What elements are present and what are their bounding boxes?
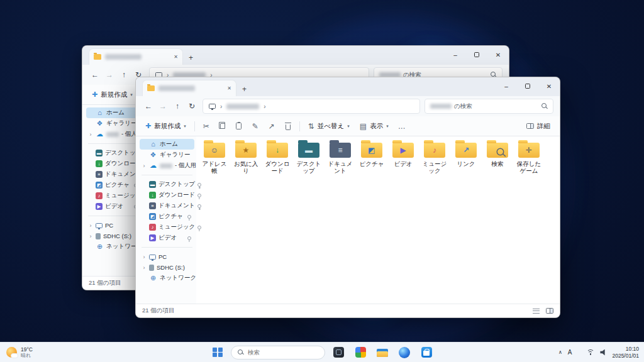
up-button[interactable]: ↑ — [171, 102, 184, 111]
sidebar-item-downloads[interactable]: ↓ ダウンロード — [86, 158, 141, 169]
sidebar-label: ミュージック — [158, 223, 195, 231]
folder-icon — [147, 85, 155, 91]
sidebar-item-pictures[interactable]: ◩ ピクチャ — [86, 180, 141, 190]
sidebar-item-documents[interactable]: ≡ ドキュメント — [86, 169, 141, 180]
sidebar-item-pictures[interactable]: ◩ ピクチャ — [140, 211, 194, 222]
time: 10:10 — [626, 346, 639, 353]
explorer-search-box[interactable]: の検索 — [425, 99, 553, 114]
file-item-favorites[interactable]: ★ お気に入り — [230, 140, 262, 177]
file-item-downloads[interactable]: ↓ ダウンロード — [262, 140, 293, 177]
maximize-button[interactable] — [466, 46, 487, 63]
file-item-pictures[interactable]: ◩ ピクチャ — [356, 140, 387, 177]
sidebar-item-desktop[interactable]: ▬ デスクトップ — [140, 179, 194, 190]
up-button[interactable]: ↑ — [118, 70, 130, 79]
file-item-documents[interactable]: ≡ ドキュメント — [325, 140, 356, 177]
tab-close-icon[interactable]: ✕ — [227, 85, 231, 91]
sidebar-item-gallery[interactable]: ❖ ギャラリー — [140, 150, 194, 160]
taskbar-app-dark[interactable] — [330, 343, 347, 362]
sidebar-item-pc[interactable]: › PC — [86, 220, 141, 231]
sidebar-item-pc[interactable]: › PC — [140, 251, 194, 262]
taskbar-app-colorful[interactable] — [352, 343, 369, 362]
date: 2025/01/01 — [612, 353, 639, 359]
sort-label: 並べ替え — [318, 122, 345, 131]
file-item-desktop[interactable]: ▬ デスクトップ — [293, 140, 325, 177]
copy-button[interactable] — [215, 119, 230, 134]
sidebar-label: ダウンロード — [158, 191, 195, 199]
back-button[interactable]: ← — [142, 102, 155, 111]
list-view-icon[interactable] — [533, 309, 540, 314]
sidebar-item-downloads[interactable]: ↓ ダウンロード — [140, 190, 194, 200]
file-item-searches[interactable]: 検索 — [482, 140, 513, 177]
explorer-tab[interactable]: ✕ — [142, 80, 236, 96]
details-button[interactable]: 詳細 — [522, 119, 555, 134]
taskbar-app-store[interactable] — [418, 343, 435, 362]
start-button[interactable] — [209, 343, 226, 362]
cut-button[interactable]: ✂ — [199, 119, 214, 134]
tab-close-icon[interactable]: ✕ — [174, 54, 178, 60]
file-item-links[interactable]: ↗ リンク — [450, 140, 482, 177]
share-button[interactable]: ↗ — [264, 119, 279, 134]
more-button[interactable]: … — [394, 119, 409, 134]
close-button[interactable]: ✕ — [487, 46, 509, 63]
command-bar: ✚ 新規作成 ▾ ✂ ✎ ↗ ⇅ 並べ替え ▾ ▤ 表示 ▾ … 詳細 — [136, 116, 560, 136]
volume-icon[interactable] — [600, 349, 606, 356]
explorer-tab[interactable]: ✕ — [89, 48, 183, 65]
file-item-videos[interactable]: ▶ ビデオ — [387, 140, 419, 177]
sidebar-item-music[interactable]: ♪ ミュージック — [140, 222, 194, 233]
links-folder-icon: ↗ — [455, 143, 477, 158]
sidebar-item-network[interactable]: ⊕ ネットワーク — [86, 241, 141, 252]
sidebar-item-documents[interactable]: ≡ ドキュメント — [140, 200, 194, 211]
wifi-icon[interactable] — [586, 349, 594, 356]
sidebar-item-sdhc[interactable]: › SDHC (S:) — [140, 262, 194, 273]
file-list[interactable]: ☺ アドレス帳 ★ お気に入り ↓ ダウンロード ▬ デスクトップ ≡ ドキュメ… — [196, 136, 560, 304]
sidebar-item-home[interactable]: ⌂ ホーム — [140, 139, 194, 150]
sidebar-item-music[interactable]: ♪ ミュージック — [86, 190, 141, 201]
titlebar[interactable]: ✕ + – ✕ — [136, 77, 560, 96]
titlebar[interactable]: ✕ + – ✕ — [82, 46, 509, 65]
file-item-contacts[interactable]: ☺ アドレス帳 — [199, 140, 230, 177]
minimize-button[interactable]: – — [445, 46, 466, 63]
breadcrumb[interactable]: › › — [203, 99, 420, 114]
chevron-icon: › — [264, 103, 265, 110]
view-button[interactable]: ▤ 表示 ▾ — [355, 119, 393, 134]
tray-overflow-button[interactable]: ∧ — [558, 349, 562, 355]
sidebar-item-home[interactable]: ⌂ ホーム — [86, 107, 141, 118]
taskbar-app-edge[interactable] — [396, 343, 413, 362]
weather-widget[interactable]: 19°C 晴れ — [6, 343, 33, 362]
back-button[interactable]: ← — [89, 70, 101, 79]
new-button[interactable]: ✚ 新規作成 ▾ — [141, 119, 191, 134]
sidebar-item-onedrive[interactable]: › ☁ - 個人用 — [86, 129, 141, 140]
rename-button[interactable]: ✎ — [248, 119, 263, 134]
ime-indicator[interactable]: A — [568, 349, 572, 356]
taskbar-search[interactable] — [231, 346, 325, 359]
new-button[interactable]: ✚ 新規作成 ▾ — [87, 87, 137, 102]
weather-sun-icon — [6, 347, 17, 358]
pane-view-icon[interactable] — [546, 308, 553, 314]
maximize-button[interactable] — [517, 77, 538, 95]
sidebar-item-desktop[interactable]: ▬ デスクトップ — [86, 148, 141, 158]
close-button[interactable]: ✕ — [538, 77, 560, 95]
sidebar-label: ギャラリー — [160, 151, 190, 159]
new-tab-button[interactable]: + — [236, 85, 252, 96]
forward-button[interactable]: → — [157, 102, 169, 111]
sidebar-item-videos[interactable]: ▶ ビデオ — [140, 233, 194, 243]
new-tab-button[interactable]: + — [183, 53, 199, 65]
file-item-music[interactable]: ♪ ミュージック — [419, 140, 450, 177]
sidebar-item-gallery[interactable]: ❖ ギャラリー — [86, 118, 141, 129]
sidebar-item-sdhc[interactable]: › SDHC (S:) — [86, 231, 141, 241]
clock[interactable]: 10:10 2025/01/01 — [612, 346, 639, 359]
forward-button[interactable]: → — [103, 70, 116, 79]
sort-button[interactable]: ⇅ 並べ替え ▾ — [304, 119, 354, 134]
file-explorer-window-front[interactable]: ✕ + – ✕ ← → ↑ ↻ › › の検索 ✚ 新規作成 ▾ — [135, 77, 560, 318]
minimize-button[interactable]: – — [496, 77, 517, 95]
sidebar-item-onedrive[interactable]: › ☁ - 個人用 — [140, 160, 194, 171]
sidebar-item-videos[interactable]: ▶ ビデオ — [86, 201, 141, 212]
refresh-button[interactable]: ↻ — [186, 102, 198, 111]
taskbar-search-input[interactable] — [248, 349, 311, 356]
paste-button[interactable] — [231, 119, 247, 134]
file-item-saved-games[interactable]: ✛ 保存したゲーム — [513, 140, 545, 177]
sidebar-item-network[interactable]: ⊕ ネットワーク — [140, 273, 194, 283]
item-count: 21 個の項目 — [89, 279, 121, 287]
taskbar-app-explorer[interactable] — [374, 343, 391, 362]
delete-button[interactable] — [280, 119, 296, 134]
